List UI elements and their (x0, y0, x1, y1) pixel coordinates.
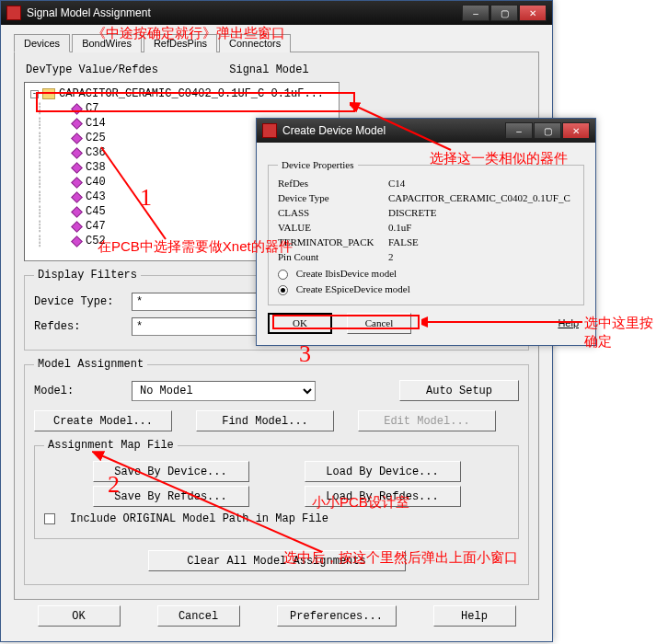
modal-maximize-button[interactable]: ▢ (534, 122, 561, 139)
node-icon (71, 118, 83, 130)
node-icon (71, 221, 83, 233)
include-original-label: Include ORIGINAL Model Path in Map File (70, 512, 328, 525)
tab-bondwires[interactable]: BondWires (72, 34, 142, 52)
tree-item-label: C14 (86, 117, 106, 130)
prop-term-val: FALSE (388, 236, 419, 247)
auto-setup-button[interactable]: Auto Setup (399, 380, 519, 401)
tab-strip: Devices BondWires RefDesPins Connectors (14, 34, 539, 52)
save-by-device-button[interactable]: Save By Device... (93, 461, 249, 482)
modal-minimize-button[interactable]: – (505, 122, 533, 139)
map-file-group: Assignment Map File Save By Device... Lo… (34, 439, 519, 539)
node-icon (71, 236, 83, 247)
tree-root-row[interactable]: - CAPACITOR_CERAMIC_C0402_0.1UF_C 0.1uF.… (30, 86, 333, 101)
prop-class-key: CLASS (278, 207, 388, 218)
node-icon (71, 162, 83, 174)
prop-refdes-val: C14 (388, 178, 405, 189)
node-icon (71, 206, 83, 218)
main-titlebar: Signal Model Assignment – ▢ ✕ (1, 1, 552, 25)
device-type-label: Device Type: (34, 295, 122, 308)
main-help-button[interactable]: Help (433, 605, 516, 627)
modal-title: Create Device Model (282, 124, 504, 137)
node-icon (71, 177, 83, 189)
tree-item-label: C45 (86, 205, 106, 218)
clear-all-button[interactable]: Clear All Model Assignments (148, 550, 406, 571)
radio-ibis-label: Create IbisDevice model (296, 268, 397, 279)
modal-titlebar: Create Device Model – ▢ ✕ (257, 119, 595, 143)
tab-devices[interactable]: Devices (14, 34, 70, 52)
node-icon (71, 132, 83, 144)
find-model-button[interactable]: Find Model... (196, 410, 334, 431)
save-by-refdes-button[interactable]: Save By Refdes... (93, 486, 249, 507)
model-assignment-legend: Model Assignment (34, 358, 147, 371)
tab-connectors[interactable]: Connectors (219, 34, 291, 52)
prop-class-val: DISCRETE (388, 207, 437, 218)
tree-item-label: C47 (86, 220, 106, 233)
tree-item-label: C52 (86, 235, 106, 247)
header-model: Signal Model (229, 63, 308, 76)
model-label: Model: (34, 385, 122, 397)
prop-devtype-key: Device Type (278, 192, 388, 203)
prop-term-key: TERMINATOR_PACK (278, 236, 388, 247)
app-icon (6, 6, 21, 20)
node-icon (71, 147, 83, 159)
tree-item-label: C25 (86, 132, 106, 144)
prop-value-key: VALUE (278, 222, 388, 233)
tree-item-label: C38 (86, 161, 106, 174)
collapse-icon[interactable]: - (30, 90, 39, 98)
model-assignment-group: Model Assignment Model: No Model Auto Se… (24, 358, 529, 585)
modal-close-button[interactable]: ✕ (562, 122, 590, 139)
modal-help-button[interactable]: Help (552, 316, 584, 329)
tree-item-label: C36 (86, 146, 106, 159)
prop-pins-key: Pin Count (278, 251, 388, 262)
edit-model-button[interactable]: Edit Model... (358, 410, 496, 431)
modal-ok-button[interactable]: OK (268, 313, 332, 334)
main-ok-button[interactable]: OK (38, 605, 121, 627)
tree-headers: DevType Value/Refdes Signal Model (26, 63, 529, 76)
preferences-button[interactable]: Preferences... (277, 605, 397, 627)
load-by-device-button[interactable]: Load By Device... (305, 461, 461, 482)
maximize-button[interactable]: ▢ (490, 5, 518, 21)
node-icon (71, 191, 83, 203)
main-title: Signal Model Assignment (27, 6, 461, 19)
prop-pins-val: 2 (388, 251, 394, 262)
prop-value-val: 0.1uF (388, 222, 411, 233)
radio-ibis[interactable] (278, 270, 288, 280)
folder-icon (42, 88, 55, 99)
modal-app-icon (262, 123, 277, 138)
device-properties-legend: Device Properties (278, 159, 358, 170)
prop-devtype-val: CAPACITOR_CERAMIC_C0402_0.1UF_C (388, 192, 570, 203)
minimize-button[interactable]: – (462, 5, 489, 21)
display-filters-legend: Display Filters (34, 269, 141, 282)
tree-item-label: C40 (86, 176, 106, 189)
header-devtype: DevType Value/Refdes (26, 63, 158, 76)
model-select[interactable]: No Model (132, 381, 316, 401)
tab-refdespins[interactable]: RefDesPins (144, 34, 217, 52)
include-original-checkbox[interactable] (44, 513, 55, 524)
tree-item-label: C7 (86, 102, 98, 115)
map-file-legend: Assignment Map File (44, 439, 178, 452)
tree-root-label: CAPACITOR_CERAMIC_C0402_0.1UF_C 0.1uF... (59, 87, 324, 100)
load-by-refdes-button[interactable]: Load By Refdes... (305, 486, 461, 507)
main-cancel-button[interactable]: Cancel (157, 605, 240, 627)
modal-cancel-button[interactable]: Cancel (347, 313, 411, 334)
radio-espice[interactable] (278, 285, 288, 295)
tree-item-label: C43 (86, 190, 106, 203)
create-device-model-dialog: Create Device Model – ▢ ✕ Device Propert… (256, 118, 596, 346)
node-icon (71, 103, 83, 115)
create-model-button[interactable]: Create Model... (34, 410, 172, 431)
close-button[interactable]: ✕ (519, 5, 547, 21)
radio-espice-label: Create ESpiceDevice model (296, 283, 410, 294)
device-properties-group: Device Properties RefDesC14 Device TypeC… (268, 159, 584, 305)
refdes-label: Refdes: (34, 320, 122, 333)
prop-refdes-key: RefDes (278, 178, 388, 189)
tree-item[interactable]: ┊C7 (30, 101, 333, 116)
